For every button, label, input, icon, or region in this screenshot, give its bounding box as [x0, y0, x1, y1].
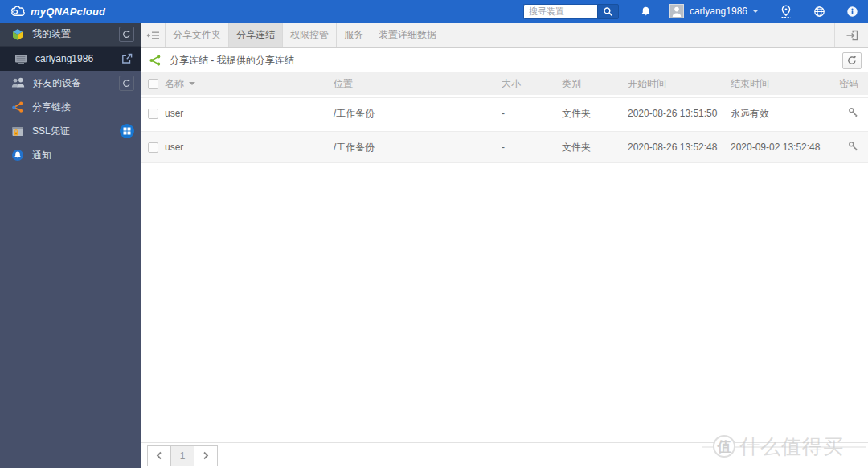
row-checkbox[interactable]	[148, 142, 158, 153]
collapse-menu-icon	[146, 30, 160, 41]
cell-name: user	[165, 142, 334, 153]
tab-label: 分享连结	[236, 28, 275, 42]
column-label: 类别	[562, 78, 581, 89]
sidebar-item-ssl-certificate[interactable]: SSL凭证	[0, 119, 141, 143]
table-row[interactable]: user /工作备份 - 文件夹 2020-08-26 13:51:50 永远有…	[141, 97, 868, 129]
brand-logo: myQNAPcloud	[10, 5, 105, 18]
map-pin-icon	[780, 5, 792, 18]
sidebar-item-label: 好友的设备	[33, 76, 81, 90]
cell-end-time: 永远有效	[727, 107, 836, 121]
refresh-friends-button[interactable]	[119, 76, 134, 91]
notifications-bell-button[interactable]	[640, 6, 652, 18]
language-button[interactable]	[813, 6, 825, 18]
column-label: 结束时间	[731, 78, 769, 89]
search-button[interactable]	[597, 4, 619, 19]
cloud-logo-icon	[10, 5, 27, 18]
tab-access-control[interactable]: 权限控管	[282, 23, 336, 47]
brand-text: myQNAPcloud	[31, 6, 105, 18]
tab-services[interactable]: 服务	[336, 23, 371, 47]
cell-type: 文件夹	[559, 107, 623, 121]
column-label: 位置	[334, 78, 353, 89]
tab-strip: 分享文件夹 分享连结 权限控管 服务 装置详细数据	[141, 23, 868, 48]
column-header-end-time[interactable]: 结束时间	[727, 77, 836, 91]
tab-shared-folders[interactable]: 分享文件夹	[165, 23, 228, 47]
chevron-right-icon	[203, 451, 209, 460]
previous-page-button[interactable]	[147, 445, 171, 466]
table-header: 名称 位置 大小 类别 开始时间 结束时间 密码	[141, 72, 868, 95]
logout-button[interactable]	[834, 23, 868, 47]
topbar: myQNAPcloud	[0, 0, 868, 23]
select-all-checkbox[interactable]	[148, 79, 158, 89]
share-link-icon	[11, 101, 24, 113]
body-row: 我的装置	[0, 23, 868, 468]
refresh-list-button[interactable]	[842, 52, 862, 69]
sidebar-item-label: SSL凭证	[32, 125, 70, 138]
sidebar-item-my-devices[interactable]: 我的装置	[0, 23, 141, 47]
info-icon	[846, 6, 858, 18]
page-title: 分享连结 - 我提供的分享连结	[170, 54, 294, 68]
password-key-icon[interactable]	[848, 107, 858, 118]
next-page-button[interactable]	[194, 445, 218, 466]
refresh-icon	[847, 55, 857, 65]
sidebar-item-label: 我的装置	[32, 27, 71, 41]
tab-label: 权限控管	[290, 28, 329, 42]
column-header-password[interactable]: 密码	[836, 77, 868, 91]
column-label: 开始时间	[628, 78, 666, 89]
sort-caret-icon	[189, 82, 195, 85]
friends-icon	[11, 77, 25, 88]
bell-icon	[640, 6, 652, 18]
sidebar-filler	[0, 167, 141, 468]
cell-start-time: 2020-08-26 13:51:50	[623, 108, 727, 119]
column-label: 名称	[165, 77, 184, 91]
refresh-devices-button[interactable]	[119, 27, 134, 42]
search-input[interactable]	[523, 4, 597, 19]
main-content: 分享文件夹 分享连结 权限控管 服务 装置详细数据	[141, 23, 868, 468]
column-header-location[interactable]: 位置	[334, 77, 498, 91]
notification-bell-icon	[11, 149, 24, 162]
sidebar-item-label: carlyang1986	[35, 53, 93, 64]
globe-icon	[813, 6, 825, 18]
column-label: 密码	[839, 78, 858, 89]
column-header-type[interactable]: 类别	[559, 77, 623, 91]
column-header-name[interactable]: 名称	[165, 77, 334, 91]
ssl-badge-icon[interactable]	[120, 124, 134, 138]
tab-label: 服务	[344, 28, 363, 42]
title-bar: 分享连结 - 我提供的分享连结	[141, 48, 868, 72]
sidebar: 我的装置	[0, 23, 141, 468]
tab-share-links[interactable]: 分享连结	[228, 23, 282, 47]
chevron-down-icon	[752, 10, 759, 13]
tab-device-details[interactable]: 装置详细数据	[371, 23, 444, 47]
row-checkbox[interactable]	[148, 109, 158, 119]
table-row[interactable]: user /工作备份 - 文件夹 2020-08-26 13:52:48 202…	[141, 131, 868, 163]
tab-label: 分享文件夹	[173, 28, 221, 42]
password-key-icon[interactable]	[848, 141, 858, 152]
myqnapcloud-app: myQNAPcloud	[0, 0, 868, 468]
cell-location: /工作备份	[334, 141, 498, 154]
help-button[interactable]	[846, 6, 858, 18]
column-label: 大小	[502, 78, 521, 89]
share-icon	[149, 54, 162, 67]
certificate-icon	[11, 125, 24, 138]
cell-end-time: 2020-09-02 13:52:48	[727, 142, 836, 153]
external-link-icon[interactable]	[121, 53, 133, 64]
device-cube-icon	[11, 28, 24, 41]
sidebar-item-notifications[interactable]: 通知	[0, 143, 141, 167]
sidebar-item-share-links[interactable]: 分享链接	[0, 95, 141, 119]
user-menu[interactable]: carlyang1986	[669, 4, 759, 18]
cell-location: /工作备份	[334, 107, 498, 121]
column-header-start-time[interactable]: 开始时间	[623, 77, 727, 91]
username-label: carlyang1986	[690, 6, 747, 17]
pagination-bar: 1	[141, 442, 868, 468]
cell-type: 文件夹	[559, 141, 623, 154]
column-header-size[interactable]: 大小	[498, 77, 559, 91]
chevron-left-icon	[156, 451, 162, 460]
cell-name: user	[165, 108, 334, 119]
tabstrip-spacer	[444, 23, 834, 47]
collapse-sidebar-button[interactable]	[141, 23, 165, 47]
sidebar-item-friends-devices[interactable]: 好友的设备	[0, 71, 141, 95]
device-location-button[interactable]	[780, 5, 792, 18]
logout-icon	[845, 30, 858, 41]
sidebar-item-device-carlyang1986[interactable]: carlyang1986	[0, 47, 141, 71]
sidebar-item-label: 通知	[32, 149, 51, 162]
cell-size: -	[498, 142, 559, 153]
